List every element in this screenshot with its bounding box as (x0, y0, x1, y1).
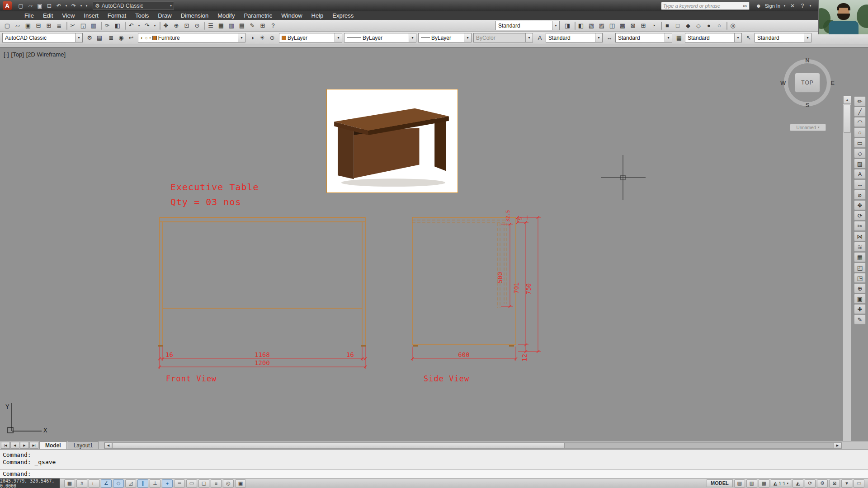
plot-icon[interactable]: ⊟ (45, 2, 54, 10)
chevron-down-icon[interactable]: ▾ (238, 33, 245, 42)
menu-item[interactable]: Draw (153, 11, 176, 20)
otrack-toggle[interactable]: ∥ (137, 479, 148, 488)
style-icon[interactable]: ↔ (604, 33, 614, 42)
zoom-icon[interactable]: ⊕ (854, 283, 866, 293)
text-icon[interactable]: A (854, 169, 866, 179)
menu-item[interactable]: Format (103, 11, 131, 20)
menu-item[interactable]: Dimension (176, 11, 213, 20)
chevron-down-icon[interactable]: ▾ (552, 21, 559, 30)
viewcube-west[interactable]: W (780, 80, 786, 86)
properties-icon[interactable]: ☰ (206, 21, 216, 30)
undo-dropdown-icon[interactable]: ▾ (64, 2, 69, 10)
menu-item[interactable]: Insert (79, 11, 103, 20)
annotation-autoscale-icon[interactable]: ⟳ (805, 479, 816, 488)
layer-previous-icon[interactable]: ↩ (126, 33, 136, 42)
mirror-icon[interactable]: ⋈ (854, 231, 866, 241)
edit-icon[interactable]: ✎ (854, 314, 866, 324)
osnap-toggle[interactable]: ◇ (113, 479, 124, 488)
scroll-right-icon[interactable]: ▶ (834, 443, 841, 448)
model-space-button[interactable]: MODEL (707, 479, 733, 487)
chevron-down-icon[interactable]: ▾ (335, 33, 342, 42)
menu-item[interactable]: Parametric (239, 11, 277, 20)
quickview-drawings-icon[interactable]: ▦ (759, 479, 769, 488)
coordinates-display[interactable]: 2045.9779, 320.5467, 0.0000 (0, 479, 60, 488)
style-combo[interactable]: Standard ▾ (495, 21, 560, 30)
scroll-left-icon[interactable]: ◀ (104, 443, 112, 448)
status-menu-icon[interactable]: ▾ (841, 479, 852, 488)
chevron-down-icon[interactable]: ▾ (75, 33, 82, 42)
polygon-icon[interactable]: ◇ (854, 148, 866, 158)
style-icon[interactable]: ↖ (744, 33, 754, 42)
annotation-scale-control[interactable]: ◭ 1:1 ▾ (771, 479, 791, 487)
qnew-icon[interactable]: ▢ (16, 2, 25, 10)
sign-in-button[interactable]: Sign In (765, 3, 780, 9)
menu-item[interactable]: Window (277, 11, 307, 20)
clean-screen-icon[interactable]: ▭ (854, 479, 864, 488)
viewcube-south[interactable]: S (806, 102, 810, 108)
chamfer-icon[interactable]: ◳ (854, 273, 866, 283)
visual-style-control[interactable]: [2D Wireframe] (26, 51, 66, 58)
tool-icon[interactable]: ● (704, 21, 714, 30)
tool-icon[interactable]: ○ (714, 21, 724, 30)
search-icon[interactable]: ∞ (741, 2, 749, 9)
quickcalc-icon[interactable]: ⊞ (258, 21, 268, 30)
quick-properties-toggle[interactable]: ▢ (198, 479, 209, 488)
save-icon[interactable]: ▣ (23, 21, 33, 30)
search-input[interactable] (663, 3, 741, 9)
layer-states-icon[interactable]: ▧ (586, 21, 596, 30)
dyn-toggle[interactable]: + (162, 479, 173, 488)
make-layer-current-icon[interactable]: ◉ (116, 33, 126, 42)
menu-item[interactable]: Edit (38, 11, 57, 20)
open-icon[interactable]: ▱ (26, 2, 35, 10)
rotate-icon[interactable]: ⟳ (854, 211, 866, 221)
tab-model[interactable]: Model (39, 441, 67, 449)
h-scrollbar[interactable]: ◀ ▶ (104, 442, 842, 449)
tool-icon[interactable]: ◇ (693, 21, 703, 30)
copy-icon[interactable]: ◱ (78, 21, 88, 30)
ortho-toggle[interactable]: ∟ (89, 479, 99, 488)
tab-nav-button[interactable]: |◀ (1, 442, 10, 449)
command-input-line[interactable]: Command: (0, 469, 868, 478)
layer-previous-icon[interactable]: ◧ (576, 21, 586, 30)
line-icon[interactable]: ╱ (854, 107, 866, 117)
linetype-combo[interactable]: ByLayer ▾ (344, 33, 416, 42)
ui-lock-icon[interactable]: ⊠ (829, 479, 840, 488)
arc-icon[interactable]: ◠ (854, 117, 866, 127)
rectangle-icon[interactable]: ▭ (854, 138, 866, 148)
redo-icon[interactable]: ↷ (142, 21, 152, 30)
view-control[interactable]: [Top] (11, 51, 24, 58)
qat-customize-icon[interactable]: ▾ (84, 2, 89, 10)
chevron-down-icon[interactable]: ▾ (804, 33, 811, 42)
chevron-down-icon[interactable]: ▾ (464, 33, 471, 42)
layer-state-icon[interactable]: ◑ (247, 33, 257, 42)
publish-icon[interactable]: ≣ (54, 21, 64, 30)
tab-nav-button[interactable]: ◀ (10, 442, 19, 449)
polar-toggle[interactable]: ∠ (101, 479, 112, 488)
workspaces-combo[interactable]: AutoCAD Classic ▾ (2, 33, 83, 42)
layer-lock-icon[interactable]: ⊠ (628, 21, 638, 30)
designcenter-icon[interactable]: ▦ (216, 21, 226, 30)
style-icon[interactable]: A (535, 33, 545, 42)
chevron-down-icon[interactable]: ▾ (665, 33, 672, 42)
new-icon[interactable]: ▢ (2, 21, 12, 30)
workspace-icon[interactable]: ◨ (562, 21, 572, 30)
markup-icon[interactable]: ✎ (247, 21, 257, 30)
style-combo[interactable]: Standard ▾ (685, 33, 742, 42)
chevron-down-icon[interactable]: ▾ (595, 33, 602, 42)
menu-item[interactable]: Tools (131, 11, 153, 20)
layer-freeze-icon[interactable]: ◫ (607, 21, 617, 30)
infer-constraints-toggle[interactable]: ▣ (235, 479, 246, 488)
tab-nav-button[interactable]: ▶ (20, 442, 29, 449)
scroll-up-icon[interactable]: ▲ (843, 96, 851, 104)
v-scroll-thumb[interactable] (844, 105, 851, 133)
array-icon[interactable]: ▦ (854, 252, 866, 262)
exchange-apps-icon[interactable]: ✕ (788, 2, 797, 10)
tool-icon[interactable]: ■ (662, 21, 672, 30)
workspace-combo[interactable]: ⚙ AutoCAD Classic ▾ (93, 1, 174, 10)
lineweight-combo[interactable]: ByLayer ▾ (418, 33, 472, 42)
style-combo[interactable]: Standard ▾ (546, 33, 603, 42)
measure-icon[interactable]: ✚ (854, 304, 866, 314)
ui-lock-icon[interactable]: ▤ (94, 33, 104, 42)
layer-unisolate-icon[interactable]: ⊙ (267, 33, 277, 42)
viewcube-east[interactable]: E (830, 80, 835, 86)
